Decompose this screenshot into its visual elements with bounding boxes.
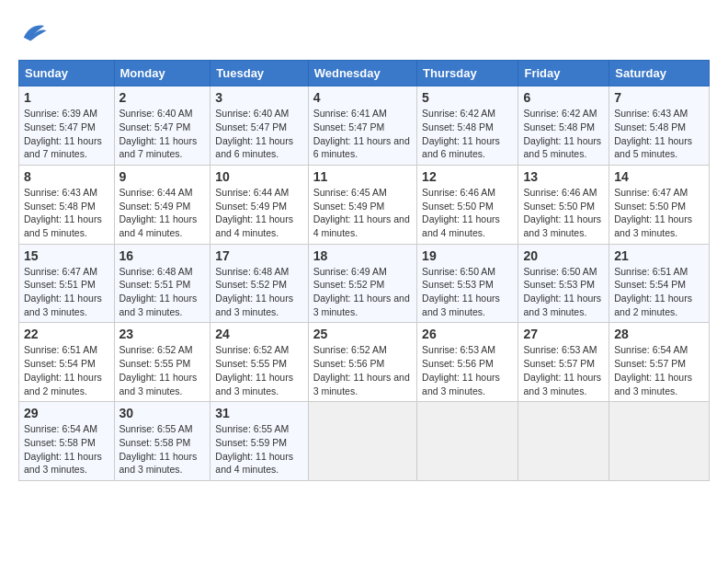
calendar-week-row: 15 Sunrise: 6:47 AM Sunset: 5:51 PM Dayl…	[19, 244, 710, 323]
calendar-cell: 30 Sunrise: 6:55 AM Sunset: 5:58 PM Dayl…	[114, 402, 210, 481]
day-number: 14	[614, 169, 704, 184]
day-number: 10	[215, 169, 302, 184]
calendar-cell: 25 Sunrise: 6:52 AM Sunset: 5:56 PM Dayl…	[308, 323, 416, 402]
day-info: Sunrise: 6:40 AM Sunset: 5:47 PM Dayligh…	[215, 107, 302, 161]
weekday-header-tuesday: Tuesday	[210, 61, 308, 86]
day-info: Sunrise: 6:55 AM Sunset: 5:58 PM Dayligh…	[119, 422, 206, 477]
day-number: 8	[24, 169, 109, 184]
day-number: 24	[215, 327, 302, 341]
day-number: 9	[119, 169, 206, 184]
day-info: Sunrise: 6:47 AM Sunset: 5:50 PM Dayligh…	[614, 186, 704, 240]
weekday-header-row: SundayMondayTuesdayWednesdayThursdayFrid…	[19, 61, 710, 86]
calendar-cell: 31 Sunrise: 6:55 AM Sunset: 5:59 PM Dayl…	[210, 402, 308, 481]
day-info: Sunrise: 6:53 AM Sunset: 5:56 PM Dayligh…	[422, 343, 513, 397]
day-info: Sunrise: 6:52 AM Sunset: 5:56 PM Dayligh…	[313, 343, 412, 397]
calendar-cell: 6 Sunrise: 6:42 AM Sunset: 5:48 PM Dayli…	[518, 86, 609, 166]
calendar-cell	[609, 402, 710, 481]
calendar-cell: 2 Sunrise: 6:40 AM Sunset: 5:47 PM Dayli…	[114, 86, 210, 166]
calendar-cell: 13 Sunrise: 6:46 AM Sunset: 5:50 PM Dayl…	[518, 165, 609, 244]
day-info: Sunrise: 6:50 AM Sunset: 5:53 PM Dayligh…	[422, 265, 513, 319]
weekday-header-thursday: Thursday	[417, 61, 518, 86]
day-info: Sunrise: 6:54 AM Sunset: 5:57 PM Dayligh…	[614, 343, 704, 397]
day-number: 16	[119, 248, 206, 263]
day-number: 20	[523, 248, 604, 263]
calendar-cell: 5 Sunrise: 6:42 AM Sunset: 5:48 PM Dayli…	[417, 86, 518, 166]
calendar-cell: 7 Sunrise: 6:43 AM Sunset: 5:48 PM Dayli…	[609, 86, 710, 166]
day-number: 25	[313, 327, 412, 341]
day-info: Sunrise: 6:50 AM Sunset: 5:53 PM Dayligh…	[523, 265, 604, 319]
day-number: 12	[422, 169, 513, 184]
day-number: 18	[313, 248, 412, 263]
weekday-header-wednesday: Wednesday	[308, 61, 416, 86]
weekday-header-friday: Friday	[518, 61, 609, 86]
day-info: Sunrise: 6:42 AM Sunset: 5:48 PM Dayligh…	[523, 107, 604, 161]
weekday-header-saturday: Saturday	[609, 61, 710, 86]
day-info: Sunrise: 6:48 AM Sunset: 5:51 PM Dayligh…	[119, 265, 206, 319]
calendar-week-row: 22 Sunrise: 6:51 AM Sunset: 5:54 PM Dayl…	[19, 323, 710, 402]
calendar-cell: 21 Sunrise: 6:51 AM Sunset: 5:54 PM Dayl…	[609, 244, 710, 323]
calendar-cell: 9 Sunrise: 6:44 AM Sunset: 5:49 PM Dayli…	[114, 165, 210, 244]
day-number: 19	[422, 248, 513, 263]
day-number: 31	[215, 406, 302, 420]
day-info: Sunrise: 6:53 AM Sunset: 5:57 PM Dayligh…	[523, 343, 604, 397]
day-info: Sunrise: 6:41 AM Sunset: 5:47 PM Dayligh…	[313, 107, 412, 161]
calendar-cell: 14 Sunrise: 6:47 AM Sunset: 5:50 PM Dayl…	[609, 165, 710, 244]
day-info: Sunrise: 6:43 AM Sunset: 5:48 PM Dayligh…	[24, 186, 109, 240]
calendar-cell: 27 Sunrise: 6:53 AM Sunset: 5:57 PM Dayl…	[518, 323, 609, 402]
day-number: 26	[422, 327, 513, 341]
calendar-cell	[518, 402, 609, 481]
calendar-cell: 17 Sunrise: 6:48 AM Sunset: 5:52 PM Dayl…	[210, 244, 308, 323]
calendar-cell: 12 Sunrise: 6:46 AM Sunset: 5:50 PM Dayl…	[417, 165, 518, 244]
day-info: Sunrise: 6:52 AM Sunset: 5:55 PM Dayligh…	[215, 343, 302, 397]
day-info: Sunrise: 6:44 AM Sunset: 5:49 PM Dayligh…	[215, 186, 302, 240]
calendar-cell: 3 Sunrise: 6:40 AM Sunset: 5:47 PM Dayli…	[210, 86, 308, 166]
calendar-cell: 16 Sunrise: 6:48 AM Sunset: 5:51 PM Dayl…	[114, 244, 210, 323]
calendar-week-row: 29 Sunrise: 6:54 AM Sunset: 5:58 PM Dayl…	[19, 402, 710, 481]
day-number: 21	[614, 248, 704, 263]
calendar-week-row: 1 Sunrise: 6:39 AM Sunset: 5:47 PM Dayli…	[19, 86, 710, 166]
day-info: Sunrise: 6:47 AM Sunset: 5:51 PM Dayligh…	[24, 265, 109, 319]
calendar-cell: 1 Sunrise: 6:39 AM Sunset: 5:47 PM Dayli…	[19, 86, 115, 166]
day-info: Sunrise: 6:52 AM Sunset: 5:55 PM Dayligh…	[119, 343, 206, 397]
day-number: 11	[313, 169, 412, 184]
day-number: 5	[422, 90, 513, 105]
calendar-cell	[308, 402, 416, 481]
calendar-cell: 4 Sunrise: 6:41 AM Sunset: 5:47 PM Dayli…	[308, 86, 416, 166]
calendar-cell: 23 Sunrise: 6:52 AM Sunset: 5:55 PM Dayl…	[114, 323, 210, 402]
logo-bird-icon	[20, 18, 48, 46]
day-number: 17	[215, 248, 302, 263]
day-info: Sunrise: 6:39 AM Sunset: 5:47 PM Dayligh…	[24, 107, 109, 161]
calendar-cell: 8 Sunrise: 6:43 AM Sunset: 5:48 PM Dayli…	[19, 165, 115, 244]
day-info: Sunrise: 6:46 AM Sunset: 5:50 PM Dayligh…	[422, 186, 513, 240]
day-number: 2	[119, 90, 206, 105]
day-number: 7	[614, 90, 704, 105]
day-info: Sunrise: 6:46 AM Sunset: 5:50 PM Dayligh…	[523, 186, 604, 240]
day-number: 4	[313, 90, 412, 105]
day-number: 15	[24, 248, 109, 263]
day-info: Sunrise: 6:44 AM Sunset: 5:49 PM Dayligh…	[119, 186, 206, 240]
day-info: Sunrise: 6:51 AM Sunset: 5:54 PM Dayligh…	[24, 343, 109, 397]
day-info: Sunrise: 6:42 AM Sunset: 5:48 PM Dayligh…	[422, 107, 513, 161]
day-number: 6	[523, 90, 604, 105]
calendar-cell: 20 Sunrise: 6:50 AM Sunset: 5:53 PM Dayl…	[518, 244, 609, 323]
day-info: Sunrise: 6:40 AM Sunset: 5:47 PM Dayligh…	[119, 107, 206, 161]
day-number: 13	[523, 169, 604, 184]
calendar-cell: 24 Sunrise: 6:52 AM Sunset: 5:55 PM Dayl…	[210, 323, 308, 402]
day-info: Sunrise: 6:54 AM Sunset: 5:58 PM Dayligh…	[24, 422, 109, 477]
calendar-cell: 18 Sunrise: 6:49 AM Sunset: 5:52 PM Dayl…	[308, 244, 416, 323]
day-number: 27	[523, 327, 604, 341]
day-info: Sunrise: 6:51 AM Sunset: 5:54 PM Dayligh…	[614, 265, 704, 319]
calendar-cell: 19 Sunrise: 6:50 AM Sunset: 5:53 PM Dayl…	[417, 244, 518, 323]
calendar-cell: 28 Sunrise: 6:54 AM Sunset: 5:57 PM Dayl…	[609, 323, 710, 402]
calendar-table: SundayMondayTuesdayWednesdayThursdayFrid…	[18, 60, 710, 481]
day-number: 1	[24, 90, 109, 105]
day-number: 3	[215, 90, 302, 105]
day-info: Sunrise: 6:48 AM Sunset: 5:52 PM Dayligh…	[215, 265, 302, 319]
weekday-header-sunday: Sunday	[19, 61, 115, 86]
day-info: Sunrise: 6:49 AM Sunset: 5:52 PM Dayligh…	[313, 265, 412, 319]
calendar-cell: 26 Sunrise: 6:53 AM Sunset: 5:56 PM Dayl…	[417, 323, 518, 402]
page-header	[18, 18, 710, 51]
day-number: 22	[24, 327, 109, 341]
calendar-cell: 10 Sunrise: 6:44 AM Sunset: 5:49 PM Dayl…	[210, 165, 308, 244]
day-info: Sunrise: 6:45 AM Sunset: 5:49 PM Dayligh…	[313, 186, 412, 240]
